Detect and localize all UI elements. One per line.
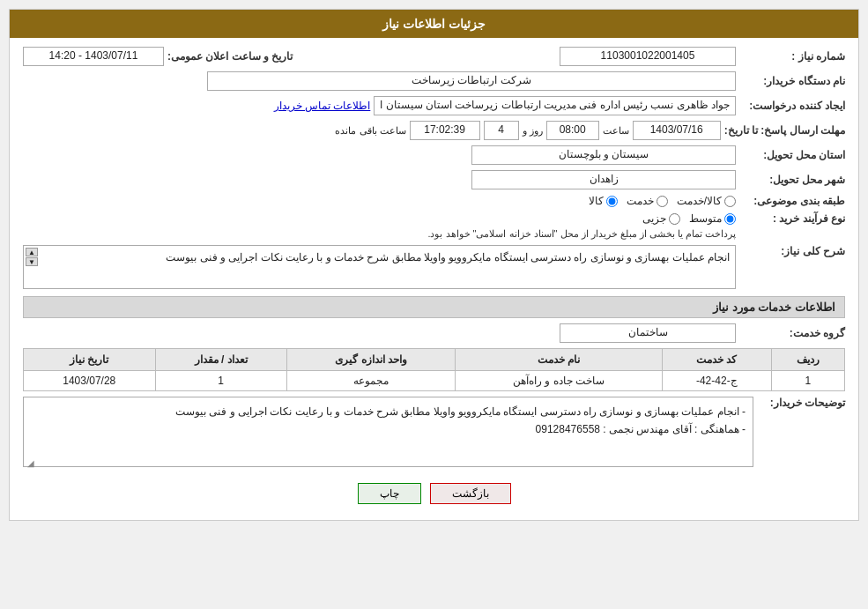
province-label: استان محل تحویل: — [739, 149, 845, 161]
category-radio-kala-khedmat[interactable] — [724, 196, 736, 207]
city-value: زاهدان — [471, 170, 736, 189]
province-value: سیستان و بلوچستان — [471, 145, 736, 165]
purchase-type-radio-group: متوسط جزیی — [427, 212, 736, 225]
baqi-label: ساعت باقی مانده — [335, 125, 405, 137]
response-date-value: 1403/07/16 — [633, 121, 721, 140]
services-table: ردیف کد خدمت نام خدمت واحد اندازه گیری ت… — [23, 348, 845, 391]
back-button[interactable]: بازگشت — [430, 483, 511, 504]
scroll-down-btn[interactable]: ▼ — [26, 257, 38, 266]
print-button[interactable]: چاپ — [358, 483, 421, 504]
table-cell-row: 1 — [771, 371, 844, 391]
city-label: شهر محل تحویل: — [739, 174, 845, 186]
rooz-label: روز و — [523, 125, 543, 137]
buyer-desc-box: - انجام عملیات بهسازی و نوسازی راه دسترس… — [23, 397, 753, 467]
table-cell-quantity: 1 — [155, 371, 286, 391]
table-header-unit: واحد اندازه گیری — [286, 349, 455, 371]
response-time-value: 08:00 — [546, 121, 599, 140]
table-header-service-name: نام خدمت — [456, 349, 663, 371]
table-header-service-code: کد خدمت — [663, 349, 772, 371]
pub-date-label: تاریخ و ساعت اعلان عمومی: — [167, 50, 293, 63]
table-cell-service_code: ج-42-42- — [663, 371, 772, 391]
resize-handle[interactable]: ◢ — [26, 456, 34, 464]
need-desc-label: شرح کلی نیاز: — [739, 245, 845, 257]
scroll-up-btn[interactable]: ▲ — [26, 248, 38, 256]
category-label-kala: کالا — [589, 195, 604, 207]
purchase-type-option-jozi[interactable]: جزیی — [642, 212, 680, 225]
pub-date-value: 1403/07/11 - 14:20 — [23, 47, 164, 66]
buyer-name-label: نام دستگاه خریدار: — [739, 75, 845, 87]
buyer-name-value: شرکت ارتباطات زیرساخت — [207, 71, 736, 91]
table-cell-unit: مجموعه — [286, 371, 455, 391]
buyer-desc-label: توضیحات خریدار: — [757, 397, 845, 409]
purchase-type-label-mutawaset: متوسط — [689, 212, 722, 225]
need-desc-value: انجام عملیات بهسازی و نوسازی راه دسترسی … — [166, 251, 730, 264]
need-number-value: 1103001022001405 — [560, 47, 736, 66]
table-cell-date: 1403/07/28 — [24, 371, 156, 391]
need-desc-box: ▲ ▼ انجام عملیات بهسازی و نوسازی راه دست… — [23, 245, 736, 289]
category-label: طبقه بندی موضوعی: — [739, 195, 845, 207]
purchase-type-note: پرداخت تمام یا بخشی از مبلغ خریدار از مح… — [427, 228, 736, 240]
service-group-value: ساختمان — [560, 323, 736, 343]
page-title: جزئیات اطلاعات نیاز — [10, 10, 858, 38]
purchase-type-option-mutawaset[interactable]: متوسط — [689, 212, 736, 225]
table-row: 1ج-42-42-ساخت جاده و راه‌آهنمجموعه11403/… — [24, 371, 845, 391]
category-label-khedmat: خدمت — [627, 195, 654, 207]
response-remaining-value: 17:02:39 — [410, 121, 480, 140]
scroll-arrows: ▲ ▼ — [26, 248, 38, 266]
saate-label: ساعت — [603, 125, 629, 137]
purchase-type-radio-mutawaset[interactable] — [724, 213, 736, 225]
response-date-label: مهلت ارسال پاسخ: تا تاریخ: — [724, 124, 845, 137]
table-header-date: تاریخ نیاز — [24, 349, 156, 371]
category-radio-kala[interactable] — [606, 196, 618, 207]
purchase-type-label-jozi: جزیی — [642, 212, 666, 225]
table-header-quantity: تعداد / مقدار — [155, 349, 286, 371]
category-option-kala[interactable]: کالا — [589, 195, 618, 207]
response-days-value: 4 — [484, 121, 519, 140]
category-radio-khedmat[interactable] — [657, 196, 668, 207]
category-option-khedmat[interactable]: خدمت — [627, 195, 668, 207]
need-number-label: شماره نیاز : — [739, 50, 845, 63]
purchase-type-radio-jozi[interactable] — [669, 213, 680, 225]
services-section-title: اطلاعات خدمات مورد نیاز — [23, 296, 845, 318]
issuer-label: ایجاد کننده درخواست: — [739, 100, 845, 112]
bottom-buttons: بازگشت چاپ — [23, 472, 845, 511]
issuer-link[interactable]: اطلاعات تماس خریدار — [274, 100, 371, 112]
category-radio-group: کالا/خدمت خدمت کالا — [589, 195, 736, 207]
purchase-type-label: نوع فرآیند خرید : — [739, 212, 845, 225]
table-header-row: ردیف — [771, 349, 844, 371]
buyer-desc-value: - انجام عملیات بهسازی و نوسازی راه دسترس… — [31, 403, 746, 439]
issuer-value: جواد ظاهری نسب رئیس اداره فنی مدیریت ارت… — [374, 96, 736, 115]
table-cell-service_name: ساخت جاده و راه‌آهن — [456, 371, 663, 391]
category-label-kala-khedmat: کالا/خدمت — [677, 195, 722, 207]
service-group-label: گروه خدمت: — [739, 327, 845, 339]
category-option-kala-khedmat[interactable]: کالا/خدمت — [677, 195, 736, 207]
